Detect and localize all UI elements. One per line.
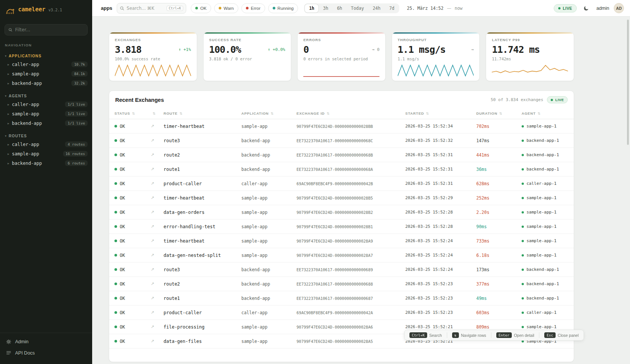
exchange-id-cell: 69AC90BF8EBC4F9-000000000000042A	[296, 310, 405, 315]
duration-cell: 173ms	[476, 267, 522, 272]
open-detail-icon[interactable]: ↗	[151, 339, 154, 344]
time-range-button[interactable]: 6h	[333, 4, 346, 12]
table-row[interactable]: OK ↗ product-caller caller-app 69AC90BF8…	[109, 306, 574, 320]
table-row[interactable]: OK ↗ data-gen-nested-split sample-app 90…	[109, 248, 574, 263]
open-detail-icon[interactable]: ↗	[151, 181, 154, 186]
sidebar-item[interactable]: ▸ caller-app 4 routes	[0, 140, 92, 149]
column-header[interactable]: AGENT ⇅	[522, 111, 568, 115]
sidebar-item[interactable]: ▸ caller-app 1/1 live	[0, 100, 92, 109]
table-row[interactable]: OK ↗ route1 backend-app EE7322370A10617-…	[109, 291, 574, 306]
exchange-id-cell: EE7322370A10617-0000000000000689	[296, 267, 405, 272]
sidebar-section-header[interactable]: ▾ ROUTES	[0, 132, 92, 140]
started-cell: 2026-03-25 15:52:23	[405, 296, 476, 301]
sidebar-filter-input[interactable]	[15, 27, 84, 32]
open-detail-icon[interactable]: ↗	[151, 124, 154, 129]
sidebar-section-header[interactable]: ▾ APPLICATIONS	[0, 52, 92, 60]
column-header[interactable]: ROUTE ⇅	[164, 111, 241, 115]
search-input[interactable]	[127, 6, 164, 11]
table-row[interactable]: OK ↗ timer-heartbeat sample-app 90799F47…	[109, 191, 574, 205]
sidebar-item[interactable]: ▸ sample-app 84.1k	[0, 69, 92, 78]
table-row[interactable]: OK ↗ route3 backend-app EE7322370A10617-…	[109, 134, 574, 148]
live-toggle[interactable]: LIVE	[554, 4, 577, 12]
stat-card[interactable]: EXCHANGES 3.818 ↑ +1% 100.0% success rat…	[109, 32, 197, 81]
exchange-id-cell: 90799F47E6CD24D-00000000000028A9	[296, 239, 405, 243]
column-header[interactable]: STARTED ⇅	[405, 111, 476, 115]
count-badge: 32.2k	[71, 80, 88, 86]
breadcrumb-apps[interactable]: apps	[101, 5, 112, 11]
column-header[interactable]: EXCHANGE ID ⇅	[296, 111, 405, 115]
sidebar-item[interactable]: ▸ sample-app 1/1 live	[0, 109, 92, 118]
sidebar-section: ▾ APPLICATIONS ▸ caller-app 10.7k ▸ samp…	[0, 52, 92, 88]
user-name[interactable]: admin	[596, 6, 609, 11]
sidebar-filter[interactable]	[5, 24, 88, 35]
sidebar-item[interactable]: ▸ backend-app 6 routes	[0, 158, 92, 168]
content: EXCHANGES 3.818 ↑ +1% 100.0% success rat…	[92, 17, 630, 364]
sidebar-item[interactable]: ▸ backend-app 32.2k	[0, 78, 92, 88]
sidebar-item[interactable]: ▸ caller-app 10.7k	[0, 60, 92, 69]
table-row[interactable]: OK ↗ route1 backend-app EE7322370A10617-…	[109, 162, 574, 177]
table-row[interactable]: OK ↗ error-handling-test sample-app 9079…	[109, 220, 574, 234]
status-filter-pill[interactable]: Warn	[214, 3, 238, 13]
sidebar-item[interactable]: ▸ backend-app 1/1 live	[0, 118, 92, 128]
table-row[interactable]: OK ↗ timer-heartbeat sample-app 90799F47…	[109, 234, 574, 248]
stat-card[interactable]: LATENCY P99 11.742 ms 11.742ms	[486, 32, 574, 81]
table-row[interactable]: OK ↗ route2 backend-app EE7322370A10617-…	[109, 148, 574, 162]
open-detail-icon[interactable]: ↗	[151, 253, 154, 258]
dark-mode-toggle[interactable]	[581, 3, 592, 14]
table-row[interactable]: OK ↗ timer-heartbeat sample-app 90799F47…	[109, 119, 574, 134]
sort-icon: ⇅	[499, 112, 502, 115]
table-row[interactable]: OK ↗ data-gen-orders sample-app 90799F47…	[109, 205, 574, 220]
column-header[interactable]: DURATION ⇅	[476, 111, 522, 115]
table-row[interactable]: OK ↗ route2 backend-app EE7322370A10617-…	[109, 277, 574, 291]
avatar[interactable]: AD	[614, 3, 624, 13]
open-detail-icon[interactable]: ↗	[151, 324, 154, 329]
column-header[interactable]: STATUS ⇅	[114, 111, 151, 115]
chevron-right-icon: ▸	[8, 112, 9, 116]
status-filter-pill[interactable]: OK	[191, 3, 211, 13]
app-name: cameleer	[18, 6, 45, 13]
open-detail-icon[interactable]: ↗	[151, 296, 154, 301]
status-filter-label: Running	[278, 6, 294, 11]
sidebar-item-api-docs[interactable]: API Docs	[0, 347, 92, 359]
open-detail-icon[interactable]: ↗	[151, 267, 154, 272]
stat-card[interactable]: THROUGHPUT 1.1 msg/s → 1.1 msg/s	[392, 32, 480, 81]
started-cell: 2026-03-25 15:52:29	[405, 195, 476, 200]
sidebar-section-header[interactable]: ▾ AGENTS	[0, 92, 92, 100]
open-detail-icon[interactable]: ↗	[151, 224, 154, 229]
agent-cell: caller-app-1	[522, 310, 568, 315]
table-row[interactable]: OK ↗ product-caller caller-app 69AC90BF8…	[109, 177, 574, 191]
moon-icon	[584, 5, 589, 11]
open-detail-icon[interactable]: ↗	[151, 281, 154, 286]
time-range-button[interactable]: 1h	[305, 4, 318, 12]
column-header[interactable]: APPLICATION ⇅	[241, 111, 296, 115]
scrollbar-thumb[interactable]	[627, 20, 629, 145]
column-header[interactable]: ⇅	[151, 112, 164, 115]
table-live-badge[interactable]: LIVE	[547, 96, 568, 103]
open-detail-icon[interactable]: ↗	[151, 138, 154, 143]
global-search[interactable]: Ctrl+K	[117, 3, 186, 14]
stat-card[interactable]: SUCCESS RATE 100.0% ↑ +0.0% 3.818 ok / 0…	[203, 32, 292, 81]
sidebar-item-admin[interactable]: Admin	[0, 336, 92, 347]
column-header-label: ROUTE	[164, 111, 178, 115]
status-filter-pill[interactable]: Running	[268, 3, 298, 13]
time-range-button[interactable]: 3h	[319, 4, 332, 12]
table-row[interactable]: OK ↗ route3 backend-app EE7322370A10617-…	[109, 263, 574, 277]
open-detail-icon[interactable]: ↗	[151, 152, 154, 157]
duration-cell: 377ms	[476, 281, 522, 287]
open-detail-icon[interactable]: ↗	[151, 167, 154, 172]
sidebar-item[interactable]: ▸ sample-app 16 routes	[0, 149, 92, 158]
time-range-button[interactable]: 7d	[385, 4, 398, 12]
stat-trend: ↑ +1%	[178, 47, 191, 52]
open-detail-icon[interactable]: ↗	[151, 310, 154, 315]
stat-accent-bar	[204, 32, 291, 34]
stat-card[interactable]: ERRORS 0 → 0 0 errors in selected period	[297, 32, 386, 81]
time-range-button[interactable]: 24h	[369, 4, 385, 12]
time-range-button[interactable]: Today	[347, 4, 368, 12]
open-detail-icon[interactable]: ↗	[151, 238, 154, 243]
datetime-display[interactable]: 25. März 14:52 — now	[407, 6, 462, 11]
status-ok-dot-icon	[114, 340, 117, 342]
open-detail-icon[interactable]: ↗	[151, 195, 154, 200]
status-filter-pill[interactable]: Error	[241, 3, 265, 13]
open-detail-icon[interactable]: ↗	[151, 210, 154, 215]
status-text: OK	[120, 181, 125, 186]
